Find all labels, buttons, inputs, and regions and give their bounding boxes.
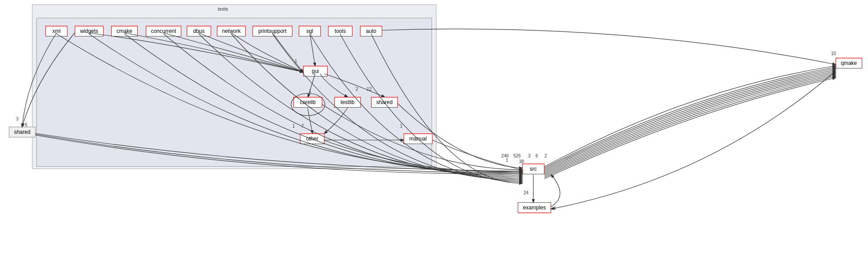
edges-svg [0,0,868,265]
diagram-container: tests xml widgets cmake concurrent dbus … [0,0,868,265]
